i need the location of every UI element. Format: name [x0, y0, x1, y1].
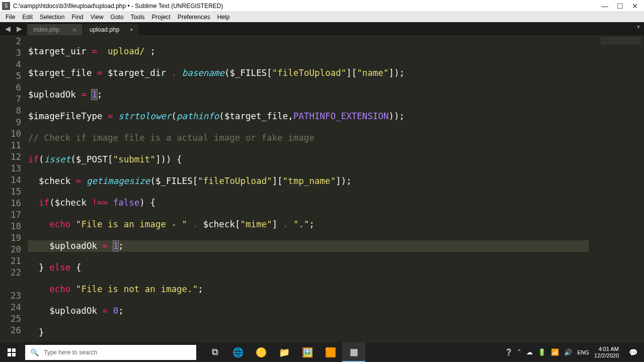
- windows-taskbar: 🔍 Type here to search ⧉ 🌐 🟡 📁 🖼️ 🟧 ▦ ❔ ˄…: [0, 342, 644, 362]
- tab-dirty-icon: •: [125, 26, 133, 33]
- tab-label: index.php: [33, 26, 59, 33]
- tab-overflow-icon[interactable]: ▼: [636, 24, 641, 30]
- onedrive-icon[interactable]: ☁: [526, 348, 533, 356]
- editor-area[interactable]: 2345678910111213141516171819202122 23242…: [0, 35, 644, 342]
- menu-find[interactable]: Find: [68, 14, 87, 21]
- menu-edit[interactable]: Edit: [19, 14, 36, 21]
- tab-strip: ◀ ▶ index.php × upload.php • ▼: [0, 22, 644, 35]
- minimap[interactable]: [589, 35, 644, 342]
- minimize-button[interactable]: —: [602, 3, 608, 9]
- start-button[interactable]: [0, 342, 23, 362]
- taskbar-pinned: ⧉ 🌐 🟡 📁 🖼️ 🟧 ▦: [203, 342, 365, 362]
- explorer-icon[interactable]: 📁: [273, 342, 296, 362]
- menu-file[interactable]: File: [2, 14, 19, 21]
- close-button[interactable]: ✕: [632, 3, 638, 9]
- tab-close-icon[interactable]: ×: [67, 26, 76, 34]
- window-title: C:\xampp\htdocs\b3\fileupload\upload.php…: [13, 3, 602, 10]
- tab-label: upload.php: [90, 26, 119, 33]
- help-icon[interactable]: ❔: [505, 348, 513, 356]
- menu-tools[interactable]: Tools: [127, 14, 148, 21]
- wifi-icon[interactable]: 📶: [551, 348, 559, 356]
- code-content[interactable]: $target_uir = upload/ ; $target_file = $…: [28, 35, 589, 342]
- maximize-button[interactable]: ☐: [617, 3, 623, 9]
- menu-preferences[interactable]: Preferences: [174, 14, 214, 21]
- notifications-icon[interactable]: 💬: [624, 348, 642, 356]
- menu-project[interactable]: Project: [148, 14, 174, 21]
- menu-help[interactable]: Help: [214, 14, 233, 21]
- xampp-icon[interactable]: 🟧: [319, 342, 342, 362]
- volume-icon[interactable]: 🔊: [564, 348, 572, 356]
- line-gutter: 2345678910111213141516171819202122 23242…: [0, 35, 28, 342]
- chevron-up-icon[interactable]: ˄: [518, 348, 521, 356]
- app-icon: S: [2, 2, 10, 10]
- menu-goto[interactable]: Goto: [107, 14, 127, 21]
- nav-back-icon[interactable]: ◀: [5, 25, 11, 33]
- sublime-icon[interactable]: ▦: [342, 342, 365, 362]
- battery-icon[interactable]: 🔋: [538, 348, 546, 356]
- menu-view[interactable]: View: [87, 14, 107, 21]
- nav-fwd-icon[interactable]: ▶: [17, 25, 22, 33]
- taskbar-search[interactable]: 🔍 Type here to search: [25, 345, 196, 360]
- edge-icon[interactable]: 🌐: [226, 342, 250, 362]
- search-placeholder: Type here to search: [44, 349, 97, 356]
- windows-logo-icon: [8, 348, 16, 356]
- tab-index[interactable]: index.php ×: [27, 24, 83, 35]
- window-titlebar: S C:\xampp\htdocs\b3\fileupload\upload.p…: [0, 0, 644, 12]
- menu-bar: File Edit Selection Find View Goto Tools…: [0, 12, 644, 22]
- system-tray: ❔ ˄ ☁ 🔋 📶 🔊 ENG 4:01 AM 12/2/2020 💬: [505, 346, 644, 358]
- chrome-icon[interactable]: 🟡: [250, 342, 273, 362]
- taskbar-clock[interactable]: 4:01 AM 12/2/2020: [594, 346, 619, 358]
- search-icon: 🔍: [30, 348, 39, 356]
- tab-upload[interactable]: upload.php •: [84, 24, 139, 35]
- keyboard-lang[interactable]: ENG: [577, 349, 589, 355]
- menu-selection[interactable]: Selection: [36, 14, 68, 21]
- photos-icon[interactable]: 🖼️: [296, 342, 319, 362]
- task-view-icon[interactable]: ⧉: [203, 342, 226, 362]
